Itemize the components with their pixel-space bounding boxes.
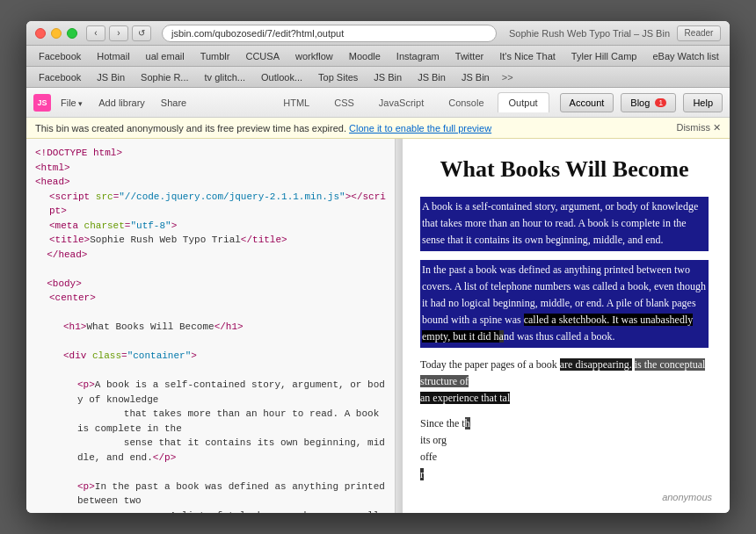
bookmark-tyler[interactable]: Tyler Hill Camp <box>564 49 644 63</box>
code-line-blank4 <box>35 364 386 379</box>
code-line-endhead: </head> <box>35 248 386 263</box>
bookmark-nice-that[interactable]: It's Nice That <box>492 49 563 63</box>
nav-buttons: ‹ › ↺ <box>86 25 151 41</box>
preview-paragraph-1: A book is a self-contained story, argume… <box>420 197 709 251</box>
code-line-p1: <p>A book is a self-contained story, arg… <box>35 378 386 465</box>
jsbin-tabs: HTML CSS JavaScript Console Output <box>272 92 549 112</box>
browser-window: ‹ › ↺ jsbin.com/qubozosedi/7/edit?html,o… <box>26 21 730 513</box>
preview-paragraph-4: Since the th its org offe r <box>420 415 709 483</box>
bookmark-tumblr[interactable]: Tumblr <box>193 49 237 63</box>
bookmarks-bar-1: Facebook Hotmail ual email Tumblr CCUSA … <box>26 46 730 67</box>
preview-panel: What Books Will Become A book is a self-… <box>403 139 730 513</box>
alert-bar: This bin was created anonymously and its… <box>26 118 730 139</box>
preview-paragraph-3: Today the paper pages of a book are disa… <box>420 357 709 408</box>
bookmark2-sophie[interactable]: Sophie R... <box>134 70 195 84</box>
bookmark-interior[interactable]: Interior & <box>728 49 730 63</box>
alert-message: This bin was created anonymously and its… <box>35 123 346 134</box>
tab-css[interactable]: CSS <box>323 92 366 112</box>
bookmark2-facebook[interactable]: Facebook <box>32 70 88 84</box>
forward-button[interactable]: › <box>109 25 128 41</box>
bookmarks-bar-2: Facebook JS Bin Sophie R... tv glitch...… <box>26 67 730 88</box>
code-line-html: <html> <box>35 161 386 176</box>
bookmark-ual[interactable]: ual email <box>139 49 192 63</box>
bookmark2-jsbin4[interactable]: JS Bin <box>454 70 497 84</box>
tab-console[interactable]: Console <box>437 92 495 112</box>
bookmark2-jsbin2[interactable]: JS Bin <box>367 70 409 84</box>
code-line-blank3 <box>35 335 386 350</box>
jsbin-logo: JS <box>33 94 51 112</box>
jsbin-right-menu: Account Blog 1 Help <box>560 93 723 112</box>
bookmark-facebook[interactable]: Facebook <box>32 49 88 63</box>
code-panel[interactable]: <!DOCTYPE html> <html> <head> <script sr… <box>26 139 396 513</box>
address-bar[interactable]: jsbin.com/qubozosedi/7/edit?html,output <box>162 25 497 42</box>
main-content: <!DOCTYPE html> <html> <head> <script sr… <box>26 139 730 513</box>
bookmark-workflow[interactable]: workflow <box>288 49 340 63</box>
code-line-meta: <meta charset="utf-8"> <box>35 219 386 234</box>
anonymous-label: anonymous <box>662 492 712 502</box>
jsbin-toolbar: JS File Add library Share HTML CSS JavaS… <box>26 88 730 118</box>
code-line-doctype: <!DOCTYPE html> <box>35 146 386 161</box>
back-button[interactable]: ‹ <box>86 25 105 41</box>
code-line-blank5 <box>35 465 386 480</box>
bookmark-twitter[interactable]: Twitter <box>448 49 491 63</box>
code-line-head: <head> <box>35 175 386 190</box>
page-title: Sophie Rush Web Typo Trial – JS Bin <box>509 28 670 39</box>
bookmark-instagram[interactable]: Instagram <box>389 49 447 63</box>
titlebar: ‹ › ↺ jsbin.com/qubozosedi/7/edit?html,o… <box>26 21 730 46</box>
bookmark-ccusa[interactable]: CCUSA <box>238 49 287 63</box>
reader-button[interactable]: Reader <box>677 25 721 41</box>
alert-text: This bin was created anonymously and its… <box>35 123 491 134</box>
bookmark2-topsites[interactable]: Top Sites <box>311 70 365 84</box>
file-menu[interactable]: File <box>56 95 87 111</box>
add-library-menu[interactable]: Add library <box>94 95 149 111</box>
close-button[interactable] <box>35 28 46 39</box>
code-line-h1: <h1>What Books Will Become</h1> <box>35 320 386 335</box>
traffic-lights <box>35 28 77 39</box>
bookmark-moodle[interactable]: Moodle <box>342 49 388 63</box>
code-line-body: <body> <box>35 277 386 292</box>
bookmarks2-expand[interactable]: >> <box>498 70 517 84</box>
jsbin-logo-icon: JS <box>33 94 51 112</box>
preview-heading: What Books Will Become <box>420 156 709 183</box>
tab-output[interactable]: Output <box>498 92 549 112</box>
resize-handle[interactable] <box>396 139 403 513</box>
bookmark2-jsbin3[interactable]: JS Bin <box>411 70 453 84</box>
jsbin-menu: File Add library Share <box>56 95 191 111</box>
minimize-button[interactable] <box>51 28 62 39</box>
code-line-div: <div class="container"> <box>35 349 386 364</box>
share-menu[interactable]: Share <box>156 95 191 111</box>
code-line-blank2 <box>35 306 386 321</box>
bookmark2-tvglitch[interactable]: tv glitch... <box>198 70 252 84</box>
code-line-center: <center> <box>35 291 386 306</box>
bookmark-hotmail[interactable]: Hotmail <box>90 49 136 63</box>
bookmark2-jsbin[interactable]: JS Bin <box>90 70 132 84</box>
code-line-blank1 <box>35 262 386 277</box>
clone-link[interactable]: Clone it to enable the full preview <box>349 123 491 134</box>
code-line-title: <title>Sophie Rush Web Typo Trial</title… <box>35 233 386 248</box>
preview-content: What Books Will Become A book is a self-… <box>420 156 709 483</box>
blog-button[interactable]: Blog 1 <box>621 93 676 112</box>
reload-button[interactable]: ↺ <box>132 25 151 41</box>
bookmark2-outlook[interactable]: Outlook... <box>254 70 309 84</box>
bookmark-ebay[interactable]: eBay Watch list <box>645 49 725 63</box>
blog-badge: 1 <box>655 98 666 107</box>
url-text: jsbin.com/qubozosedi/7/edit?html,output <box>171 28 344 39</box>
help-button[interactable]: Help <box>683 93 723 112</box>
code-line-p2: <p>In the past a book was defined as any… <box>35 480 386 514</box>
preview-paragraph-2: In the past a book was defined as anythi… <box>420 260 709 348</box>
code-line-script: <script src="//code.jquery.com/jquery-2.… <box>35 190 386 219</box>
tab-html[interactable]: HTML <box>272 92 321 112</box>
account-button[interactable]: Account <box>560 93 614 112</box>
tab-javascript[interactable]: JavaScript <box>367 92 435 112</box>
maximize-button[interactable] <box>67 28 77 39</box>
dismiss-button[interactable]: Dismiss ✕ <box>676 122 721 134</box>
